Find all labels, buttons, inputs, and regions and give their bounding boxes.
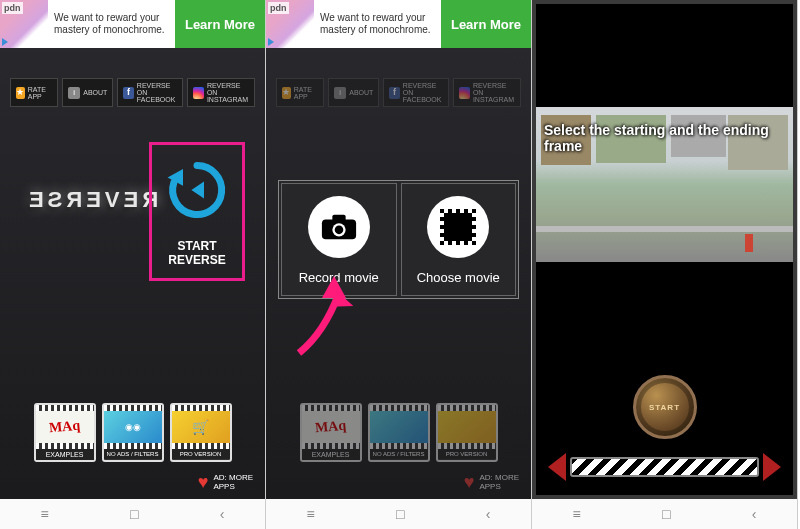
source-dialog: Record movie Choose movie [278, 180, 519, 299]
ad-text: We want to reward your mastery of monoch… [48, 10, 175, 38]
ad-learn-more-button[interactable]: Learn More [441, 0, 531, 48]
home-button[interactable]: □ [662, 506, 670, 522]
svg-rect-19 [440, 233, 444, 237]
filters-icon: ◉◉ [125, 422, 141, 432]
choose-movie-button[interactable]: Choose movie [401, 183, 517, 296]
svg-rect-16 [472, 241, 476, 245]
chip-label: REVERSE ON FACEBOOK [137, 82, 177, 103]
svg-rect-9 [456, 209, 460, 213]
film-icon [427, 196, 489, 258]
svg-rect-11 [472, 209, 476, 213]
svg-rect-8 [448, 209, 452, 213]
back-button[interactable]: ‹ [220, 506, 225, 522]
svg-rect-18 [440, 225, 444, 229]
svg-rect-21 [472, 225, 476, 229]
heart-icon: ♥ [198, 472, 209, 493]
ad-banner[interactable]: We want to reward your mastery of monoch… [0, 0, 265, 48]
dialog-label: Choose movie [406, 270, 512, 285]
chip-label: RATE APP [28, 86, 53, 100]
home-button[interactable]: □ [396, 506, 404, 522]
editor-frame: Select the starting and the ending frame… [532, 0, 797, 499]
svg-rect-20 [472, 217, 476, 221]
back-button[interactable]: ‹ [752, 506, 757, 522]
rate-app-button-dimmed: ★RATE APP [276, 78, 324, 107]
thumb-label: EXAMPLES [36, 449, 94, 460]
android-nav-bar: ≡ □ ‹ [266, 499, 531, 529]
svg-rect-7 [440, 209, 444, 213]
trim-start-handle[interactable] [548, 453, 566, 481]
reverse-circular-arrow-icon [162, 155, 232, 225]
facebook-button[interactable]: fREVERSE ON FACEBOOK [117, 78, 183, 107]
filters-thumbnail[interactable]: ◉◉ NO ADS / FILTERS [102, 403, 164, 462]
svg-rect-17 [440, 217, 444, 221]
svg-rect-14 [456, 241, 460, 245]
cart-icon: 🛒 [192, 419, 209, 435]
main-area: REVERSE START REVERSE [0, 107, 265, 403]
chip-label: ABOUT [83, 89, 107, 96]
screen-3-editor: Select the starting and the ending frame… [532, 0, 798, 529]
star-icon: ★ [16, 87, 25, 99]
instagram-button-dimmed: REVERSE ON INSTAGRAM [453, 78, 521, 107]
start-reverse-button[interactable]: START REVERSE [149, 142, 245, 281]
camera-icon [308, 196, 370, 258]
info-icon: i [68, 87, 80, 99]
ad-banner[interactable]: We want to reward your mastery of monoch… [266, 0, 531, 48]
thumb-badge: MAq [48, 418, 80, 437]
screen-2-dialog: We want to reward your mastery of monoch… [266, 0, 532, 529]
more-apps-label: AD: MORE APPS [213, 474, 253, 492]
svg-rect-13 [448, 241, 452, 245]
facebook-button-dimmed: fREVERSE ON FACEBOOK [383, 78, 449, 107]
svg-rect-12 [440, 241, 444, 245]
chip-label: REVERSE ON INSTAGRAM [207, 82, 249, 103]
examples-thumbnail[interactable]: MAq EXAMPLES [34, 403, 96, 462]
video-frame[interactable]: Select the starting and the ending frame [536, 107, 793, 262]
top-nav-chips: ★RATE APP iABOUT fREVERSE ON FACEBOOK RE… [10, 78, 255, 107]
recent-apps-button[interactable]: ≡ [41, 506, 49, 522]
svg-rect-15 [464, 241, 468, 245]
android-nav-bar: ≡ □ ‹ [0, 499, 265, 529]
svg-rect-6 [444, 213, 472, 241]
thumbnails-row: MAq EXAMPLES ◉◉ NO ADS / FILTERS 🛒 PRO V… [0, 403, 265, 462]
svg-rect-3 [332, 215, 345, 222]
timeline-track[interactable] [570, 457, 759, 477]
rate-app-button[interactable]: ★RATE APP [10, 78, 58, 107]
facebook-icon: f [123, 87, 133, 99]
video-preview-area: Select the starting and the ending frame [536, 4, 793, 365]
ad-image [266, 0, 314, 48]
recent-apps-button[interactable]: ≡ [573, 506, 581, 522]
about-button-dimmed: iABOUT [328, 78, 379, 107]
timeline-scrubber [548, 453, 781, 481]
svg-point-5 [334, 226, 343, 235]
thumb-label: NO ADS / FILTERS [104, 449, 162, 459]
thumb-label: PRO VERSION [172, 449, 230, 459]
trim-end-handle[interactable] [763, 453, 781, 481]
back-button[interactable]: ‹ [486, 506, 491, 522]
pro-version-thumbnail[interactable]: 🛒 PRO VERSION [170, 403, 232, 462]
more-apps-button[interactable]: ♥ AD: MORE APPS [0, 468, 265, 499]
svg-rect-10 [464, 209, 468, 213]
android-nav-bar: ≡ □ ‹ [532, 499, 797, 529]
instagram-icon [193, 87, 204, 99]
record-movie-button[interactable]: Record movie [281, 183, 397, 296]
svg-rect-22 [472, 233, 476, 237]
svg-marker-1 [191, 182, 204, 199]
instruction-overlay: Select the starting and the ending frame [544, 122, 785, 154]
reverse-logo: REVERSE [25, 187, 158, 213]
about-button[interactable]: iABOUT [62, 78, 113, 107]
dialog-label: Record movie [286, 270, 392, 285]
home-button[interactable]: □ [130, 506, 138, 522]
controls-area: START [536, 365, 793, 495]
instagram-button[interactable]: REVERSE ON INSTAGRAM [187, 78, 255, 107]
screen-1-home: We want to reward your mastery of monoch… [0, 0, 266, 529]
start-reverse-label: START REVERSE [162, 239, 232, 268]
recent-apps-button[interactable]: ≡ [307, 506, 315, 522]
ad-learn-more-button[interactable]: Learn More [175, 0, 265, 48]
ad-text: We want to reward your mastery of monoch… [314, 10, 441, 38]
ad-image [0, 0, 48, 48]
start-button[interactable]: START [633, 375, 697, 439]
